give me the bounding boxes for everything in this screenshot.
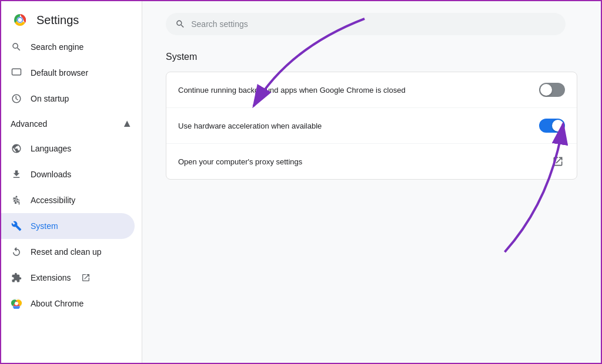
sidebar-label-accessibility: Accessibility bbox=[31, 196, 75, 205]
settings-title: Settings bbox=[36, 14, 79, 27]
search-input[interactable] bbox=[191, 19, 556, 29]
sidebar-item-extensions[interactable]: Extensions bbox=[1, 265, 135, 291]
sidebar: Settings Search engine Default browser O… bbox=[1, 1, 142, 363]
svg-point-5 bbox=[16, 196, 18, 198]
svg-point-7 bbox=[15, 302, 18, 305]
sidebar-item-downloads[interactable]: Downloads bbox=[1, 161, 135, 187]
system-icon bbox=[11, 220, 22, 232]
sidebar-item-default-browser[interactable]: Default browser bbox=[1, 60, 135, 86]
hardware-acceleration-label: Use hardware acceleration when available bbox=[178, 122, 539, 130]
sidebar-item-on-startup[interactable]: On startup bbox=[1, 86, 135, 112]
extensions-icon bbox=[11, 272, 22, 284]
advanced-label: Advanced bbox=[11, 119, 47, 129]
sidebar-label-extensions: Extensions bbox=[31, 273, 71, 282]
proxy-label: Open your computer's proxy settings bbox=[178, 157, 551, 166]
search-bar[interactable] bbox=[166, 13, 566, 35]
hardware-acceleration-toggle-knob bbox=[552, 120, 564, 132]
hardware-acceleration-toggle[interactable] bbox=[539, 119, 565, 133]
background-apps-toggle[interactable] bbox=[539, 83, 565, 97]
sidebar-label-on-startup: On startup bbox=[31, 94, 69, 103]
chrome-logo-icon bbox=[11, 11, 29, 29]
sidebar-label-languages: Languages bbox=[31, 144, 71, 153]
sidebar-label-default-browser: Default browser bbox=[31, 68, 88, 77]
settings-card: Continue running background apps when Go… bbox=[166, 72, 577, 180]
sidebar-item-system[interactable]: System bbox=[1, 213, 135, 239]
settings-row-hardware-acceleration: Use hardware acceleration when available bbox=[166, 108, 577, 144]
background-apps-label: Continue running background apps when Go… bbox=[178, 86, 539, 95]
main-content: System Continue running background apps … bbox=[142, 1, 601, 363]
sidebar-label-reset: Reset and clean up bbox=[31, 247, 102, 257]
sidebar-item-languages[interactable]: Languages bbox=[1, 136, 135, 161]
sidebar-item-reset[interactable]: Reset and clean up bbox=[1, 239, 135, 265]
sidebar-item-search-engine[interactable]: Search engine bbox=[1, 34, 135, 60]
sidebar-label-search-engine: Search engine bbox=[31, 42, 83, 52]
sidebar-label-about: About Chrome bbox=[31, 299, 83, 308]
advanced-chevron: ▲ bbox=[122, 117, 132, 130]
sidebar-item-accessibility[interactable]: Accessibility bbox=[1, 187, 135, 213]
default-browser-icon bbox=[11, 67, 22, 79]
downloads-icon bbox=[11, 168, 22, 180]
settings-row-background-apps: Continue running background apps when Go… bbox=[166, 72, 577, 108]
proxy-external-link[interactable] bbox=[551, 154, 565, 168]
about-icon bbox=[11, 298, 22, 309]
svg-rect-4 bbox=[12, 69, 21, 75]
advanced-section[interactable]: Advanced ▲ bbox=[1, 112, 142, 136]
search-icon bbox=[175, 19, 185, 29]
background-apps-toggle-knob bbox=[540, 84, 552, 96]
sidebar-header: Settings bbox=[1, 1, 142, 34]
accessibility-icon bbox=[11, 194, 22, 206]
extensions-external-icon bbox=[79, 271, 93, 285]
section-title: System bbox=[166, 52, 577, 62]
settings-row-proxy: Open your computer's proxy settings bbox=[166, 144, 577, 179]
sidebar-label-downloads: Downloads bbox=[31, 170, 71, 179]
languages-icon bbox=[11, 143, 22, 154]
search-engine-icon bbox=[11, 41, 22, 53]
sidebar-label-system: System bbox=[31, 221, 58, 231]
svg-point-3 bbox=[18, 18, 22, 22]
on-startup-icon bbox=[11, 93, 22, 105]
reset-icon bbox=[11, 246, 22, 258]
sidebar-item-about[interactable]: About Chrome bbox=[1, 291, 135, 316]
